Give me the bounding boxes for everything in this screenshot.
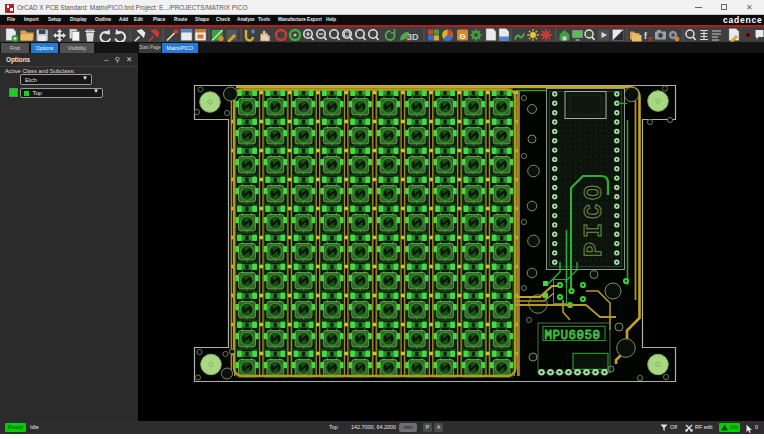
svg-text:G: G (460, 31, 466, 40)
svg-text:3D: 3D (407, 31, 419, 41)
svg-text:x: x (648, 34, 652, 41)
svg-text:MPU6050: MPU6050 (545, 329, 601, 343)
svg-text:PICO: PICO (580, 181, 609, 257)
svg-text:f: f (644, 31, 647, 41)
